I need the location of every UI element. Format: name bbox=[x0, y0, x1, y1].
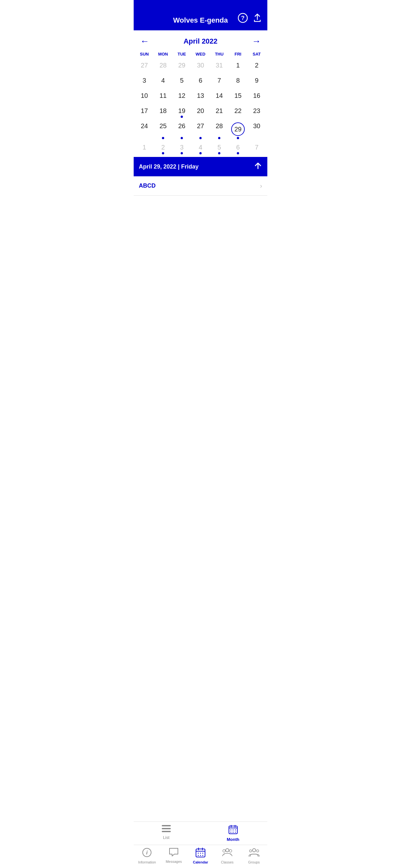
calendar-navigation: ← April 2022 → bbox=[134, 30, 267, 50]
calendar-cell[interactable]: 11 bbox=[154, 89, 173, 104]
selected-date-label: April 29, 2022 | Friday bbox=[139, 163, 198, 170]
calendar-cell[interactable]: 18 bbox=[154, 104, 173, 119]
help-icon[interactable]: ? bbox=[238, 13, 248, 26]
calendar-cell[interactable]: 28 bbox=[210, 119, 228, 141]
calendar-cell[interactable]: 17 bbox=[135, 104, 154, 119]
calendar-cell[interactable]: 8 bbox=[228, 73, 247, 89]
calendar-cell[interactable]: 10 bbox=[135, 89, 154, 104]
day-name-sun: SUN bbox=[135, 50, 154, 58]
calendar-cell[interactable]: 20 bbox=[191, 104, 210, 119]
calendar-cell[interactable]: 3 bbox=[135, 73, 154, 89]
calendar-cell[interactable]: 22 bbox=[228, 104, 247, 119]
day-name-mon: MON bbox=[154, 50, 173, 58]
calendar-cell[interactable]: 2 bbox=[154, 141, 173, 156]
event-chevron-icon: › bbox=[260, 182, 262, 190]
calendar-cell[interactable]: 16 bbox=[247, 89, 266, 104]
event-label: ABCD bbox=[139, 182, 156, 189]
calendar-cell[interactable]: 1 bbox=[228, 58, 247, 73]
calendar-cell[interactable]: 12 bbox=[173, 89, 191, 104]
calendar-cell[interactable]: 4 bbox=[154, 73, 173, 89]
calendar-cell[interactable]: 30 bbox=[247, 119, 266, 141]
calendar-cell[interactable]: 5 bbox=[210, 141, 228, 156]
day-name-thu: THU bbox=[210, 50, 228, 58]
prev-month-button[interactable]: ← bbox=[140, 36, 149, 46]
selected-date-bar: April 29, 2022 | Friday bbox=[134, 157, 267, 176]
calendar-cell[interactable]: 28 bbox=[154, 58, 173, 73]
calendar-cell[interactable]: 27 bbox=[191, 119, 210, 141]
calendar-cell[interactable]: 31 bbox=[210, 58, 228, 73]
calendar-cell[interactable]: 5 bbox=[173, 73, 191, 89]
scroll-up-button[interactable] bbox=[254, 161, 262, 172]
calendar-cell[interactable]: 7 bbox=[210, 73, 228, 89]
calendar-grid: 2728293031123456789101112131415161718192… bbox=[134, 58, 267, 156]
calendar-cell[interactable]: 26 bbox=[173, 119, 191, 141]
calendar-cell[interactable]: 14 bbox=[210, 89, 228, 104]
calendar-cell[interactable]: 7 bbox=[247, 141, 266, 156]
calendar-cell[interactable]: 30 bbox=[191, 58, 210, 73]
month-year-label: April 2022 bbox=[183, 37, 217, 45]
calendar-day-names: SUN MON TUE WED THU FRI SAT bbox=[134, 50, 267, 58]
day-name-wed: WED bbox=[191, 50, 210, 58]
day-name-sat: SAT bbox=[247, 50, 266, 58]
calendar-cell[interactable]: 25 bbox=[154, 119, 173, 141]
next-month-button[interactable]: → bbox=[252, 36, 261, 46]
calendar-cell[interactable]: 1 bbox=[135, 141, 154, 156]
calendar-cell[interactable]: 6 bbox=[191, 73, 210, 89]
events-list: ABCD › bbox=[134, 176, 267, 196]
calendar-cell[interactable]: 19 bbox=[173, 104, 191, 119]
event-item[interactable]: ABCD › bbox=[134, 176, 267, 196]
calendar-cell[interactable]: 3 bbox=[173, 141, 191, 156]
calendar-cell[interactable]: 6 bbox=[228, 141, 247, 156]
calendar-cell[interactable]: 29 bbox=[228, 119, 247, 141]
calendar-cell[interactable]: 4 bbox=[191, 141, 210, 156]
calendar-cell[interactable]: 9 bbox=[247, 73, 266, 89]
app-title: Wolves E-genda bbox=[173, 16, 228, 25]
calendar-cell[interactable]: 27 bbox=[135, 58, 154, 73]
day-name-tue: TUE bbox=[173, 50, 191, 58]
svg-text:?: ? bbox=[241, 15, 245, 21]
calendar-cell[interactable]: 15 bbox=[228, 89, 247, 104]
calendar-cell[interactable]: 2 bbox=[247, 58, 266, 73]
app-header: Wolves E-genda ? bbox=[134, 0, 267, 30]
calendar-cell[interactable]: 24 bbox=[135, 119, 154, 141]
calendar-cell[interactable]: 29 bbox=[173, 58, 191, 73]
day-name-fri: FRI bbox=[228, 50, 247, 58]
calendar-cell[interactable]: 23 bbox=[247, 104, 266, 119]
share-icon[interactable] bbox=[252, 13, 262, 25]
calendar-cell[interactable]: 13 bbox=[191, 89, 210, 104]
calendar-cell[interactable]: 21 bbox=[210, 104, 228, 119]
